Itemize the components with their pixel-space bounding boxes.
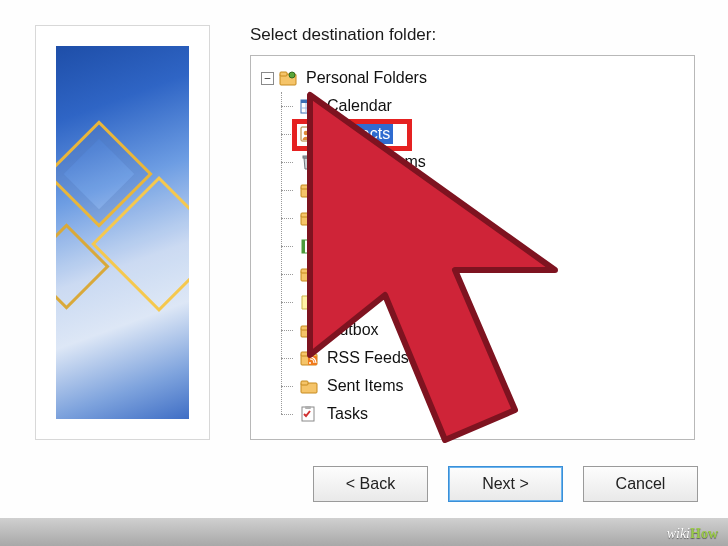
prompt-label: Select destination folder: xyxy=(250,25,436,45)
tasks-icon xyxy=(299,405,319,423)
wizard-sidebar-art xyxy=(56,46,189,419)
svg-rect-35 xyxy=(305,406,311,409)
svg-point-9 xyxy=(304,131,309,136)
tree-item-label: Deleted Items xyxy=(324,152,429,172)
tree-item-label: Junk E-mail xyxy=(324,264,414,284)
tree-item-label: Journal xyxy=(324,236,382,256)
tree-item-label: RSS Feeds xyxy=(324,348,412,368)
tree-item[interactable]: Sent Items xyxy=(293,372,690,400)
cancel-button[interactable]: Cancel xyxy=(583,466,698,502)
folder-icon xyxy=(299,181,319,199)
personal-folders-icon xyxy=(278,69,298,87)
tree-item[interactable]: Deleted Items xyxy=(293,148,690,176)
trash-icon xyxy=(299,153,319,171)
tree-root-label: Personal Folders xyxy=(303,68,430,88)
tree-item-label: Inbox xyxy=(324,208,369,228)
svg-rect-33 xyxy=(301,381,308,385)
tree-root-item[interactable]: − Personal Folders xyxy=(255,64,690,92)
svg-rect-29 xyxy=(301,352,308,356)
tree-item[interactable]: Drafts xyxy=(293,176,690,204)
svg-rect-4 xyxy=(301,100,317,103)
outbox-icon xyxy=(299,321,319,339)
folder-icon xyxy=(299,377,319,395)
tree-item[interactable]: Outbox xyxy=(293,316,690,344)
tree-item-label: Contacts xyxy=(324,124,393,144)
tree-item[interactable]: RSS Feeds xyxy=(293,344,690,372)
tree-item-label: Notes xyxy=(324,292,372,312)
svg-rect-18 xyxy=(301,213,308,217)
next-button[interactable]: Next > xyxy=(448,466,563,502)
folder-icon xyxy=(299,209,319,227)
svg-rect-27 xyxy=(301,326,308,330)
folder-tree[interactable]: − Personal Folders CalendarContactsDelet… xyxy=(250,55,695,440)
tree-item-label: Outbox xyxy=(324,320,382,340)
contacts-icon xyxy=(299,125,319,143)
import-wizard-dialog: Select destination folder: − Personal Fo… xyxy=(0,0,728,546)
tree-item[interactable]: Junk E-mail xyxy=(293,260,690,288)
watermark: wikiHow xyxy=(667,526,718,542)
svg-rect-25 xyxy=(301,269,308,273)
tree-item[interactable]: Calendar xyxy=(293,92,690,120)
folder-icon xyxy=(299,265,319,283)
tree-item-label: Calendar xyxy=(324,96,395,116)
tree-item[interactable]: Tasks xyxy=(293,400,690,428)
svg-rect-20 xyxy=(302,240,305,253)
svg-rect-1 xyxy=(280,72,287,76)
collapse-icon[interactable]: − xyxy=(261,72,274,85)
wizard-button-row: < Back Next > Cancel xyxy=(250,466,698,506)
notes-icon xyxy=(299,293,319,311)
svg-rect-16 xyxy=(301,185,308,189)
tree-item[interactable]: Notes xyxy=(293,288,690,316)
tree-item-label: Sent Items xyxy=(324,376,406,396)
back-button[interactable]: < Back xyxy=(313,466,428,502)
journal-icon xyxy=(299,237,319,255)
tree-item[interactable]: Journal xyxy=(293,232,690,260)
tree-item-label: Drafts xyxy=(324,180,373,200)
footer-strip: wikiHow xyxy=(0,518,728,546)
rss-icon xyxy=(299,349,319,367)
svg-point-2 xyxy=(289,72,295,78)
tree-item[interactable]: Contacts xyxy=(293,120,690,148)
calendar-icon xyxy=(299,97,319,115)
wizard-sidebar-image xyxy=(35,25,210,440)
tree-item-label: Tasks xyxy=(324,404,371,424)
svg-point-31 xyxy=(309,362,311,364)
tree-item[interactable]: Inbox xyxy=(293,204,690,232)
